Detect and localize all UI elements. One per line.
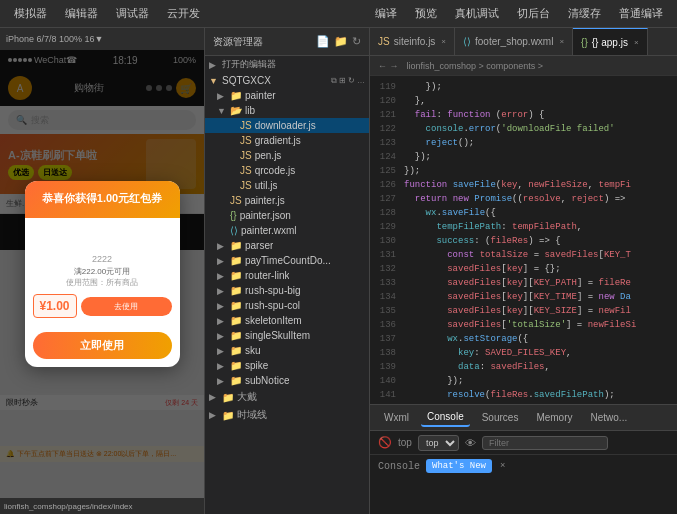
tree-refresh-icon[interactable]: ↻ [348,76,355,86]
file-painter-wxml[interactable]: ⟨⟩ painter.wxml [205,223,369,238]
folder-rush-spu-col[interactable]: ▶ 📁 rush-spu-col [205,298,369,313]
tab-close-siteinfo[interactable]: × [441,37,446,46]
code-line-136: savedFiles[key][KEY_SIZE] = newFil [404,304,673,318]
coupon-modal-overlay[interactable]: 恭喜你获得1.00元红包券 ¥ 1.00 2222 满222.00元可用 使用范… [0,50,204,498]
file-painter-js[interactable]: JS painter.js [205,193,369,208]
folder-dadai[interactable]: ▶ 📁 大戴 [205,388,369,406]
phone-panel: iPhone 6/7/8 100% 16▼ WeChat☎ 18:19 100% [0,28,205,514]
folder-name-paytime: payTimeCountDo... [245,255,331,266]
toolbar-clear-cache[interactable]: 清缓存 [562,4,607,23]
tab-app-js[interactable]: {} {} app.js × [573,28,648,56]
folder-open-icon: ▼ [209,76,219,86]
devtools-tab-wxml[interactable]: Wxml [378,409,415,426]
folder-sku[interactable]: ▶ 📁 sku [205,343,369,358]
whats-new-badge[interactable]: What's New [426,459,492,473]
folder-rush-spu-big[interactable]: ▶ 📁 rush-spu-big [205,283,369,298]
tab-footer-shop[interactable]: ⟨⟩ footer_shop.wxml × [455,28,573,56]
file-gradient[interactable]: JS gradient.js [205,133,369,148]
folder-spike[interactable]: ▶ 📁 spike [205,358,369,373]
devtools-context-select[interactable]: top [418,435,459,451]
folder-single-skul[interactable]: ▶ 📁 singleSkulItem [205,328,369,343]
coupon-use-button[interactable]: 去使用 [81,297,172,316]
toolbar-editor[interactable]: 编辑器 [59,4,104,23]
toolbar-preview[interactable]: 预览 [409,4,443,23]
file-pen[interactable]: JS pen.js [205,148,369,163]
coupon-modal: 恭喜你获得1.00元红包券 ¥ 1.00 2222 满222.00元可用 使用范… [25,181,180,367]
phone-model-label: iPhone 6/7/8 100% 16▼ [6,34,103,44]
console-label: Console [378,461,420,472]
new-folder-icon[interactable]: 📁 [334,35,348,48]
folder-painter[interactable]: ▶ 📁 painter [205,88,369,103]
coupon-desc: 满222.00元可用 [33,266,172,277]
file-tree-content: ▶ 打开的编辑器 ▼ SQTGXCX ⧉ ⊞ ↻ … ▶ 📁 painter [205,56,369,514]
toolbar-debugger[interactable]: 调试器 [110,4,155,23]
filter-icon[interactable]: ⊞ [339,76,346,86]
folder-name-rush-spu-col: rush-spu-col [245,300,300,311]
folder-router-link[interactable]: ▶ 📁 router-link [205,268,369,283]
coupon-id: 2222 [33,254,172,264]
code-line-141: }); [404,374,673,388]
opened-editors-section[interactable]: ▶ 打开的编辑器 [205,56,369,73]
devtools-tab-sources[interactable]: Sources [476,409,525,426]
file-util[interactable]: JS util.js [205,178,369,193]
code-line-137: savedFiles['totalSize'] = newFileSi [404,318,673,332]
file-name-gradient: gradient.js [255,135,301,146]
toolbar-normal-compile[interactable]: 普通编译 [613,4,669,23]
devtools-toolbar: 🚫 top top 👁 [370,431,677,455]
code-line-130: tempFilePath: tempFilePath, [404,220,673,234]
toolbar-cut-back[interactable]: 切后台 [511,4,556,23]
folder-skeleton-item[interactable]: ▶ 📁 skeletonItem [205,313,369,328]
toolbar-compile[interactable]: 编译 [369,4,403,23]
devtools-tab-console[interactable]: Console [421,408,470,427]
folder-name-router-link: router-link [245,270,289,281]
modal-cta-button[interactable]: 立即使用 [33,332,172,359]
toolbar-simulator[interactable]: 模拟器 [8,4,53,23]
js-icon-pen: JS [240,150,252,161]
main-area: iPhone 6/7/8 100% 16▼ WeChat☎ 18:19 100% [0,28,677,514]
toolbar-cloud[interactable]: 云开发 [161,4,206,23]
code-line-132: const totalSize = savedFiles[KEY_T [404,248,673,262]
tab-siteinfo[interactable]: JS siteinfo.js × [370,28,455,56]
copy-icon[interactable]: ⧉ [331,76,337,86]
nav-back[interactable]: ← → [378,61,399,71]
devtools-eye-icon[interactable]: 👁 [465,437,476,449]
tab-label-footer: footer_shop.wxml [475,36,553,47]
tab-close-app[interactable]: × [634,38,639,47]
folder-paytime[interactable]: ▶ 📁 payTimeCountDo... [205,253,369,268]
more-icon[interactable]: … [357,76,365,86]
file-tree-panel: 资源管理器 📄 📁 ↻ ▶ 打开的编辑器 ▼ SQTGXCX ⧉ ⊞ ↻ … [205,28,370,514]
tab-close-footer[interactable]: × [559,37,564,46]
file-downloader[interactable]: JS downloader.js [205,118,369,133]
phone-screen: WeChat☎ 18:19 100% A 购物街 🛒 [0,50,204,498]
code-text[interactable]: }); }, fail: function (error) { console.… [400,76,677,404]
code-line-139: key: SAVED_FILES_KEY, [404,346,673,360]
xml-icon-painter: ⟨⟩ [230,225,238,236]
code-line-119: }); [404,80,673,94]
devtools-tab-memory[interactable]: Memory [530,409,578,426]
editor-content[interactable]: 119 120 121 122 123 124 125 126 127 128 … [370,76,677,404]
file-tree-header: 资源管理器 📄 📁 ↻ [205,28,369,56]
folder-time-domain[interactable]: ▶ 📁 时域线 [205,406,369,424]
folder-name-sku: sku [245,345,261,356]
devtools-filter-input[interactable] [482,436,608,450]
whats-new-close[interactable]: × [500,461,505,471]
code-line-123: reject(); [404,136,673,150]
project-root[interactable]: ▼ SQTGXCX ⧉ ⊞ ↻ … [205,73,369,88]
folder-name-skeleton: skeletonItem [245,315,302,326]
js-icon-downloader: JS [240,120,252,131]
new-file-icon[interactable]: 📄 [316,35,330,48]
folder-parser[interactable]: ▶ 📁 parser [205,238,369,253]
folder-sub-notice[interactable]: ▶ 📁 subNotice [205,373,369,388]
folder-lib[interactable]: ▼ 📂 lib [205,103,369,118]
devtools-tab-network[interactable]: Netwo... [585,409,634,426]
file-painter-json[interactable]: {} painter.json [205,208,369,223]
file-qrcode[interactable]: JS qrcode.js [205,163,369,178]
code-line-127: function saveFile(key, newFileSize, temp… [404,178,673,192]
refresh-icon[interactable]: ↻ [352,35,361,48]
modal-header: 恭喜你获得1.00元红包券 [25,181,180,218]
devtools-clear-icon[interactable]: 🚫 [378,436,392,449]
json-icon-painter: {} [230,210,237,221]
chevron-parser: ▶ [217,241,227,251]
coupon-amount-display: ¥ 1.00 [33,226,172,254]
toolbar-real-debug[interactable]: 真机调试 [449,4,505,23]
